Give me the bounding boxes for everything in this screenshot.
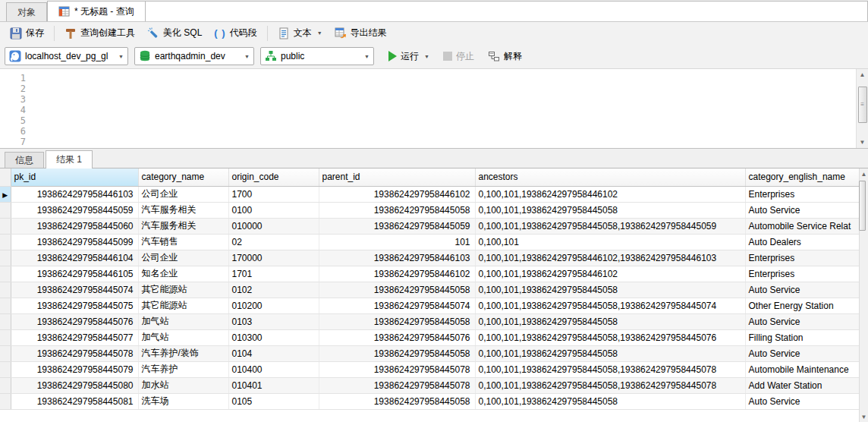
cell-parent_id[interactable]: 1938624297958445059	[319, 218, 475, 234]
cell-category_name[interactable]: 加水站	[138, 377, 228, 393]
cell-parent_id[interactable]: 1938624297958445058	[319, 313, 475, 329]
grid-scrollbar[interactable]: ▲ ▼	[859, 168, 868, 422]
cell-ancestors[interactable]: 0,100,101,1938624297958445058,1938624297…	[475, 218, 745, 234]
cell-category_name[interactable]: 其它能源站	[138, 298, 228, 313]
cell-pk_id[interactable]: 1938624297958445059	[11, 202, 138, 218]
row-header[interactable]	[0, 218, 11, 234]
cell-pk_id[interactable]: 1938624297958446105	[11, 266, 138, 282]
cell-category_name[interactable]: 公司企业	[138, 250, 228, 266]
cell-ancestors[interactable]: 0,100,101,1938624297958446102	[475, 266, 745, 282]
cell-ancestors[interactable]: 0,100,101,1938624297958445058,1938624297…	[475, 361, 745, 377]
cell-category_english_name[interactable]: Enterprises	[745, 186, 859, 202]
row-header[interactable]	[0, 361, 11, 377]
editor-scroll-track[interactable]: ≡	[857, 80, 868, 137]
cell-pk_id[interactable]: 1938624297958445060	[11, 218, 138, 234]
row-header[interactable]	[0, 345, 11, 361]
cell-parent_id[interactable]: 1938624297958446102	[319, 266, 475, 282]
cell-category_name[interactable]: 其它能源站	[138, 282, 228, 298]
cell-category_english_name[interactable]: Auto Service	[745, 282, 859, 298]
grid-scroll-thumb[interactable]	[859, 181, 866, 231]
editor-code[interactable]: select * from biz_poi_category;	[35, 69, 856, 148]
cell-parent_id[interactable]: 1938624297958445058	[319, 393, 475, 409]
cell-pk_id[interactable]: 1938624297958445080	[11, 377, 138, 393]
column-header-ancestors[interactable]: ancestors	[475, 168, 745, 186]
cell-category_english_name[interactable]: Auto Service	[745, 345, 859, 361]
cell-origin_code[interactable]: 010300	[228, 329, 319, 345]
cell-parent_id[interactable]: 1938624297958445058	[319, 345, 475, 361]
cell-category_english_name[interactable]: Other Energy Station	[745, 298, 859, 313]
cell-pk_id[interactable]: 1938624297958445078	[11, 345, 138, 361]
row-header[interactable]: ▶	[0, 186, 11, 202]
cell-origin_code[interactable]: 1701	[228, 266, 319, 282]
cell-ancestors[interactable]: 0,100,101,1938624297958445058	[475, 202, 745, 218]
cell-ancestors[interactable]: 0,100,101,1938624297958445058	[475, 393, 745, 409]
cell-parent_id[interactable]: 1938624297958445078	[319, 361, 475, 377]
cell-origin_code[interactable]: 0102	[228, 282, 319, 298]
cell-category_english_name[interactable]: Auto Service	[745, 393, 859, 409]
row-header[interactable]	[0, 266, 11, 282]
cell-ancestors[interactable]: 0,100,101,1938624297958445058,1938624297…	[475, 377, 745, 393]
column-header-origin_code[interactable]: origin_code	[228, 168, 319, 186]
cell-category_name[interactable]: 汽车养护	[138, 361, 228, 377]
cell-category_name[interactable]: 知名企业	[138, 266, 228, 282]
cell-category_name[interactable]: 汽车服务相关	[138, 202, 228, 218]
row-header[interactable]	[0, 393, 11, 409]
cell-ancestors[interactable]: 0,100,101,1938624297958445058	[475, 313, 745, 329]
sql-editor[interactable]: 1234567 select * from biz_poi_category; …	[0, 68, 868, 149]
row-header[interactable]	[0, 329, 11, 345]
column-header-category_name[interactable]: category_name	[138, 168, 228, 186]
tab-objects[interactable]: 对象	[6, 2, 47, 21]
cell-origin_code[interactable]: 0104	[228, 345, 319, 361]
cell-origin_code[interactable]: 010200	[228, 298, 319, 313]
cell-pk_id[interactable]: 1938624297958445074	[11, 282, 138, 298]
cell-category_english_name[interactable]: Auto Service	[745, 313, 859, 329]
export-result-button[interactable]: 导出结果	[329, 24, 392, 42]
database-select[interactable]: earthqadmin_dev ▼	[134, 47, 254, 65]
cell-category_name[interactable]: 加气站	[138, 313, 228, 329]
cell-pk_id[interactable]: 1938624297958445081	[11, 393, 138, 409]
cell-pk_id[interactable]: 1938624297958445076	[11, 313, 138, 329]
scroll-down-icon[interactable]: ▼	[860, 411, 868, 422]
cell-parent_id[interactable]: 1938624297958445058	[319, 282, 475, 298]
code-snippet-button[interactable]: ( ) 代码段	[209, 24, 262, 42]
cell-parent_id[interactable]: 1938624297958446102	[319, 186, 475, 202]
cell-pk_id[interactable]: 1938624297958445077	[11, 329, 138, 345]
cell-origin_code[interactable]: 010401	[228, 377, 319, 393]
cell-pk_id[interactable]: 1938624297958446103	[11, 186, 138, 202]
cell-pk_id[interactable]: 1938624297958445079	[11, 361, 138, 377]
column-header-category_english_name[interactable]: category_english_name	[745, 168, 859, 186]
cell-category_name[interactable]: 公司企业	[138, 186, 228, 202]
cell-origin_code[interactable]: 010400	[228, 361, 319, 377]
cell-origin_code[interactable]: 0100	[228, 202, 319, 218]
column-header-pk_id[interactable]: pk_id	[11, 168, 138, 186]
cell-ancestors[interactable]: 0,100,101,1938624297958445058,1938624297…	[475, 329, 745, 345]
cell-parent_id[interactable]: 1938624297958445078	[319, 377, 475, 393]
tab-query[interactable]: * 无标题 - 查询	[47, 1, 146, 21]
cell-category_english_name[interactable]: Auto Service	[745, 202, 859, 218]
row-header[interactable]	[0, 234, 11, 250]
row-header[interactable]	[0, 313, 11, 329]
cell-category_english_name[interactable]: Automobile Maintenance	[745, 361, 859, 377]
row-header[interactable]	[0, 298, 11, 313]
cell-category_name[interactable]: 汽车养护/装饰	[138, 345, 228, 361]
grid-corner-cell[interactable]	[0, 168, 11, 186]
cell-ancestors[interactable]: 0,100,101,1938624297958445058	[475, 345, 745, 361]
row-header[interactable]	[0, 282, 11, 298]
explain-button[interactable]: 解释	[484, 48, 526, 65]
cell-category_english_name[interactable]: Enterprises	[745, 266, 859, 282]
cell-pk_id[interactable]: 1938624297958445099	[11, 234, 138, 250]
cell-origin_code[interactable]: 0103	[228, 313, 319, 329]
scroll-up-icon[interactable]: ▲	[860, 168, 868, 179]
cell-pk_id[interactable]: 1938624297958446104	[11, 250, 138, 266]
cell-parent_id[interactable]: 1938624297958446103	[319, 250, 475, 266]
cell-ancestors[interactable]: 0,100,101,1938624297958445058	[475, 282, 745, 298]
cell-ancestors[interactable]: 0,100,101,1938624297958446102,1938624297…	[475, 250, 745, 266]
query-builder-button[interactable]: 查询创建工具	[59, 24, 140, 42]
cell-parent_id[interactable]: 1938624297958445076	[319, 329, 475, 345]
connection-select[interactable]: localhost_dev_pg_gl ▼	[5, 47, 128, 65]
row-header[interactable]	[0, 377, 11, 393]
cell-origin_code[interactable]: 02	[228, 234, 319, 250]
cell-ancestors[interactable]: 0,100,101	[475, 234, 745, 250]
scroll-up-icon[interactable]: ▲	[857, 69, 868, 80]
cell-parent_id[interactable]: 101	[319, 234, 475, 250]
